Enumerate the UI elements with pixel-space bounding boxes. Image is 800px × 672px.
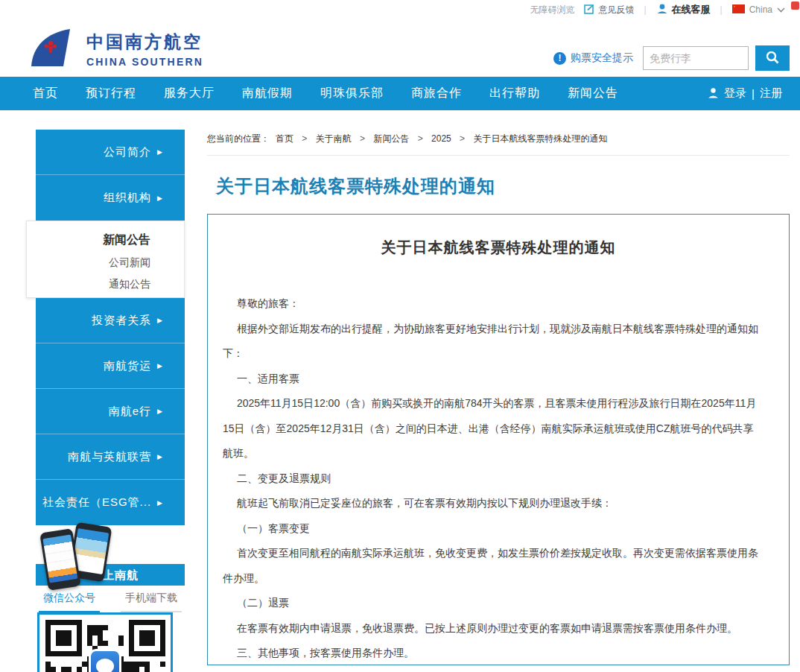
sidebar-item-label: 南航与英航联营: [68, 450, 151, 464]
search-icon: [765, 50, 780, 67]
page: 无障碍浏览 意见反馈 | 在线客服 | China: [0, 0, 800, 672]
feedback-link[interactable]: 意见反馈: [584, 4, 634, 16]
nav-item[interactable]: 明珠俱乐部: [320, 86, 384, 101]
region-selector[interactable]: China: [732, 4, 785, 16]
article-paragraph: 根据外交部近期发布的出行提醒，为协助旅客更好地安排出行计划，现就涉及南航日本航线…: [223, 317, 761, 367]
sidebar-item[interactable]: 社会责任（ESG管... ▶: [36, 480, 185, 525]
topbar-separator: |: [720, 4, 723, 15]
nav-item[interactable]: 新闻公告: [568, 86, 618, 101]
accessibility-link[interactable]: 无障碍浏览: [530, 4, 574, 16]
nav-item[interactable]: 预订行程: [86, 86, 136, 101]
article-paragraph: 尊敬的旅客：: [223, 291, 761, 317]
sidebar-item[interactable]: 投资者关系 ▶: [36, 298, 185, 343]
article-body: 尊敬的旅客：根据外交部近期发布的出行提醒，为协助旅客更好地安排出行计划，现就涉及…: [208, 291, 789, 665]
chevron-right-icon: ▶: [157, 148, 162, 156]
sidebar-item-label: 南航货运: [104, 359, 151, 373]
chevron-right-icon: ▶: [157, 499, 162, 507]
nav-item[interactable]: 服务大厅: [164, 86, 215, 101]
search-input[interactable]: [643, 46, 749, 70]
brand-name-en: CHINA SOUTHERN: [86, 56, 203, 68]
article-paragraph: 航班起飞前取消已定妥座位的旅客，可在客票有效期内按以下规则办理退改手续：: [223, 491, 761, 516]
region-label: China: [749, 4, 772, 15]
chevron-right-icon: ▶: [157, 453, 162, 460]
chevron-right-icon: ▶: [157, 194, 162, 202]
breadcrumb-item[interactable]: 新闻公告: [373, 133, 409, 144]
nav-item[interactable]: 商旅合作: [411, 86, 462, 101]
article-paragraph: 首次变更至相同航程的南航实际承运航班，免收变更费，如发生票价价差按规定收取。再次…: [223, 541, 761, 591]
nav-item[interactable]: 首页: [33, 86, 58, 101]
feedback-edit-icon: [584, 4, 594, 16]
article-paragraph: 一、适用客票: [223, 367, 761, 392]
breadcrumb-separator: >: [457, 133, 468, 144]
page-title: 关于日本航线客票特殊处理的通知: [216, 174, 790, 198]
sidebar-item[interactable]: 南航与英航联营 ▶: [36, 434, 185, 480]
sidebar-active-panel: 新闻公告 公司新闻通知公告: [26, 221, 185, 298]
brand-logo[interactable]: 中国南方航空 CHINA SOUTHERN: [28, 28, 203, 70]
article-paragraph: 在客票有效期内申请退票，免收退票费。已按上述原则办理过变更的客票如申请退票需按客…: [223, 616, 761, 641]
sidebar-subitem[interactable]: 通知公告: [27, 278, 150, 291]
top-utility-bar: 无障碍浏览 意见反馈 | 在线客服 | China: [0, 0, 800, 19]
ticket-safety-tip-link[interactable]: ! 购票安全提示: [553, 51, 633, 65]
header: 中国南方航空 CHINA SOUTHERN ! 购票安全提示: [0, 19, 800, 77]
tab-wechat-official[interactable]: 微信公众号: [39, 592, 100, 612]
search-button[interactable]: [755, 45, 790, 71]
safety-tip-label: 购票安全提示: [571, 51, 633, 65]
breadcrumb-items: 首页 > 关于南航 > 新闻公告 > 2025 > 关于日本航线客票特殊处理的通…: [270, 133, 613, 144]
nav-items: 首页预订行程服务大厅南航假期明珠俱乐部商旅合作出行帮助新闻公告: [33, 86, 618, 101]
qr-code-panel: [37, 612, 173, 672]
breadcrumb-divider: [207, 155, 790, 156]
breadcrumb-separator: >: [415, 133, 425, 144]
article-paragraph: （一）客票变更: [223, 516, 761, 542]
online-service-link[interactable]: 在线客服: [656, 3, 711, 16]
sidebar-item-label: 南航e行: [109, 405, 151, 419]
chevron-right-icon: ▶: [157, 408, 162, 415]
sidebar-item[interactable]: 南航e行 ▶: [36, 389, 185, 434]
tab-app-download[interactable]: 手机端下载: [121, 592, 182, 612]
sidebar-item[interactable]: 组织机构 ▶: [36, 175, 185, 221]
sidebar-item-news-active[interactable]: 新闻公告: [27, 221, 150, 248]
tailfin-logo-icon: [28, 28, 77, 70]
sidebar-item-label: 社会责任（ESG管...: [42, 495, 151, 510]
sidebar-item-label: 公司简介: [104, 145, 151, 159]
sidebar-item[interactable]: 公司简介 ▶: [36, 130, 185, 175]
content: 您当前的位置：首页 > 关于南航 > 新闻公告 > 2025 > 关于日本航线客…: [207, 110, 790, 665]
chevron-down-icon: [777, 4, 785, 15]
sidebar-item-label: 组织机构: [104, 191, 151, 205]
register-link[interactable]: 注册: [760, 86, 782, 101]
article-paragraph: 三、其他事项，按客票使用条件办理。: [223, 641, 761, 665]
main-nav: 首页预订行程服务大厅南航假期明珠俱乐部商旅合作出行帮助新闻公告 登录 | 注册: [0, 77, 800, 110]
sidebar-subitems: 公司新闻通知公告: [27, 256, 150, 291]
brand-name-cn: 中国南方航空: [86, 31, 203, 54]
agent-icon: [656, 3, 668, 16]
breadcrumb-separator: >: [299, 133, 310, 144]
article-paragraph: 二、变更及退票规则: [223, 466, 761, 492]
account-area: 登录 | 注册: [708, 86, 782, 101]
sidebar-subitem[interactable]: 公司新闻: [27, 256, 150, 270]
feedback-label: 意见反馈: [598, 4, 634, 16]
breadcrumb-current: 关于日本航线客票特殊处理的通知: [473, 133, 607, 144]
sidebar-item[interactable]: 南航货运 ▶: [36, 343, 185, 389]
article-paragraph: （二）退票: [223, 591, 761, 616]
user-icon: [708, 87, 719, 101]
corner-red-icon: [791, 1, 799, 10]
breadcrumb-separator: >: [358, 133, 368, 144]
sidebar: 公司简介 ▶ 组织机构 ▶ 新闻公告 公司新闻通知公告 投资者关系 ▶: [26, 110, 185, 672]
nav-item[interactable]: 南航假期: [242, 86, 293, 101]
sidebar-bottom-group: 投资者关系 ▶ 南航货运 ▶ 南航e行 ▶ 南航与英航联营 ▶: [36, 298, 185, 525]
sidebar-top-group: 公司简介 ▶ 组织机构 ▶: [36, 130, 185, 221]
breadcrumb-item[interactable]: 关于南航: [316, 133, 352, 144]
article-heading: 关于日本航线客票特殊处理的通知: [208, 238, 789, 258]
exclamation-icon: !: [553, 52, 566, 65]
china-flag-icon: [732, 4, 745, 16]
breadcrumb-item[interactable]: 首页: [276, 133, 293, 144]
header-right: ! 购票安全提示: [553, 45, 790, 71]
nav-item[interactable]: 出行帮助: [489, 86, 540, 101]
chevron-right-icon: ▶: [157, 317, 162, 324]
chevron-right-icon: ▶: [157, 362, 162, 370]
app-tabs: 微信公众号 手机端下载: [36, 586, 185, 612]
breadcrumb-item[interactable]: 2025: [431, 133, 451, 144]
app-logo-icon: [89, 649, 121, 672]
breadcrumb: 您当前的位置：首页 > 关于南航 > 新闻公告 > 2025 > 关于日本航线客…: [207, 133, 790, 145]
sidebar-item-label: 投资者关系: [92, 314, 151, 328]
login-link[interactable]: 登录: [724, 86, 746, 101]
